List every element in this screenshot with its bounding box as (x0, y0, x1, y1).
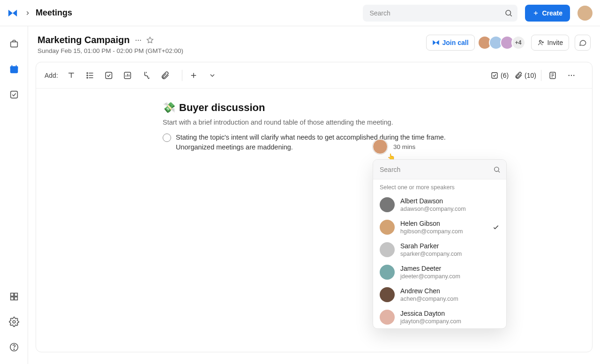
section-intro[interactable]: Start with a brief introduction and roun… (163, 119, 453, 126)
speaker-name: Albert Dawson (400, 197, 500, 206)
speaker-name: James Deeter (400, 265, 500, 273)
search-icon (493, 166, 501, 173)
speaker-option[interactable]: Andrew Chenachen@company.com (373, 283, 506, 306)
speaker-option[interactable]: Jessica Daytonjdayton@company.com (373, 306, 506, 328)
svg-rect-7 (10, 293, 13, 296)
list-icon[interactable] (83, 69, 97, 82)
speaker-option[interactable]: James Deeterjdeeter@company.com (373, 261, 506, 283)
svg-point-11 (13, 320, 15, 323)
editor-toolbar: Add: (6) (10) (36, 62, 592, 89)
join-call-button[interactable]: Join call (426, 35, 475, 51)
sidebar-item-settings[interactable] (6, 313, 22, 330)
avatar (380, 287, 395, 302)
popover-hint: Select one or more speakers (373, 179, 506, 193)
decision-icon[interactable] (140, 69, 153, 82)
svg-point-19 (87, 75, 88, 76)
meeting-datetime: Sunday Feb 15, 01:00 PM - 02:00 PM (GMT+… (38, 47, 183, 54)
avatar (380, 242, 395, 257)
add-label: Add: (45, 72, 58, 79)
check-icon (489, 223, 500, 231)
speaker-email: achen@company.com (400, 296, 500, 302)
svg-rect-5 (15, 65, 16, 67)
svg-point-27 (573, 74, 574, 75)
svg-point-14 (135, 39, 136, 40)
content-card: Add: (6) (10) (36, 62, 592, 352)
user-avatar[interactable] (578, 6, 592, 21)
page-header: Marketing Campaign Sunday Feb 15, 01:00 … (28, 26, 600, 62)
svg-point-18 (87, 73, 88, 74)
svg-point-0 (506, 10, 511, 15)
participant-avatar-more[interactable]: +4 (511, 36, 525, 50)
invite-button[interactable]: Invite (531, 35, 569, 51)
svg-rect-8 (14, 293, 17, 296)
chevron-right-icon (24, 10, 31, 16)
breadcrumb-page[interactable]: Meetings (36, 8, 72, 18)
svg-point-25 (569, 74, 570, 75)
duration-label[interactable]: 30 mins (393, 143, 415, 150)
speaker-name: Helen Gibson (400, 220, 489, 228)
speaker-popover: Select one or more speakers Albert Dawso… (373, 159, 507, 329)
text-icon[interactable] (65, 69, 78, 82)
sidebar-item-meetings[interactable] (6, 61, 22, 78)
avatar-group[interactable]: +4 (480, 36, 525, 50)
speaker-option[interactable]: Helen Gibsonhgibson@company.com (373, 216, 506, 238)
chevron-down-icon[interactable] (206, 69, 219, 82)
speaker-area: 30 mins (373, 139, 415, 154)
search-icon (504, 9, 513, 17)
svg-point-20 (87, 77, 88, 78)
svg-rect-21 (105, 72, 112, 78)
chart-icon[interactable] (121, 69, 134, 82)
speaker-email: jdayton@company.com (400, 318, 500, 325)
task-circle-icon[interactable] (163, 134, 171, 142)
svg-rect-10 (14, 297, 17, 300)
speaker-name: Jessica Dayton (400, 310, 500, 318)
invite-label: Invite (548, 39, 563, 46)
svg-rect-4 (11, 65, 12, 67)
speaker-email: adawson@company.com (400, 206, 500, 212)
meeting-title: Marketing Campaign (38, 35, 130, 45)
speaker-email: sparker@company.com (400, 251, 500, 257)
attachments-count[interactable]: (10) (514, 71, 536, 80)
notes-panel-icon[interactable] (546, 69, 559, 82)
separator (182, 70, 182, 81)
speaker-option[interactable]: Sarah Parkersparker@company.com (373, 238, 506, 261)
svg-point-17 (539, 40, 541, 42)
avatar (380, 265, 395, 280)
avatar (380, 197, 395, 212)
checkbox-icon[interactable] (102, 69, 115, 82)
popover-search-input[interactable] (373, 160, 506, 179)
global-search (363, 5, 518, 22)
speaker-name: Andrew Chen (400, 287, 500, 296)
plus-icon[interactable] (187, 69, 200, 82)
svg-point-16 (140, 39, 141, 40)
search-input[interactable] (363, 5, 518, 22)
create-button[interactable]: Create (525, 5, 570, 22)
chat-button[interactable] (575, 35, 591, 51)
svg-rect-6 (10, 91, 17, 98)
app-logo[interactable] (8, 8, 18, 18)
sidebar-left (0, 26, 28, 364)
svg-point-15 (138, 39, 139, 40)
svg-point-13 (14, 349, 14, 349)
sidebar-item-help[interactable] (6, 339, 22, 356)
more-icon[interactable] (565, 69, 578, 82)
svg-rect-9 (10, 297, 13, 300)
sidebar-item-tasks[interactable] (6, 86, 22, 103)
main: Marketing Campaign Sunday Feb 15, 01:00 … (28, 26, 600, 364)
sidebar-item-apps[interactable] (6, 288, 22, 305)
speaker-avatar[interactable] (373, 139, 388, 154)
attachment-icon[interactable] (158, 69, 172, 82)
topbar: Meetings Create (0, 0, 600, 26)
speaker-option[interactable]: Albert Dawsonadawson@company.com (373, 193, 506, 216)
tasks-count[interactable]: (6) (490, 71, 509, 80)
avatar (380, 310, 395, 325)
more-icon[interactable] (135, 37, 142, 44)
section-title[interactable]: Buyer discussion (179, 102, 265, 114)
star-icon[interactable] (146, 36, 154, 45)
svg-point-28 (495, 167, 499, 171)
speaker-email: jdeeter@company.com (400, 273, 500, 280)
sidebar-item-workspaces[interactable] (6, 36, 22, 52)
svg-point-26 (571, 74, 572, 75)
section-emoji: 💸 (163, 102, 175, 114)
create-label: Create (542, 9, 562, 17)
